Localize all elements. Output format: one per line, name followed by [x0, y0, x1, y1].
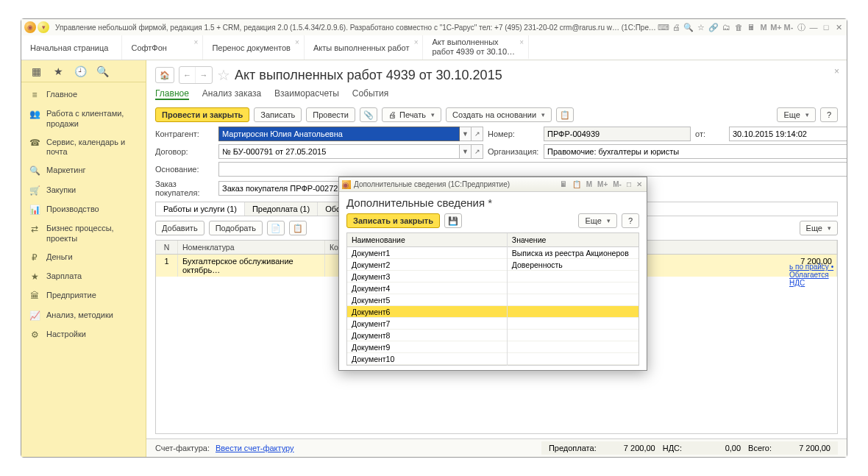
app-icon-main[interactable]: ◉	[24, 21, 36, 33]
favorite-star-icon[interactable]: ☆	[217, 66, 230, 84]
close-icon[interactable]: ✕	[833, 22, 844, 32]
sidebar-item[interactable]: 🔍Маркетинг	[21, 161, 146, 180]
post-button[interactable]: Провести	[306, 107, 355, 122]
close-icon[interactable]: ×	[194, 38, 199, 46]
tb-mem-mplus[interactable]: M+	[771, 22, 781, 32]
m-mem-m[interactable]: M	[585, 180, 594, 188]
label-prepay: Предоплата:	[549, 444, 597, 452]
create-based-on-dropdown[interactable]: Создать на основании	[446, 107, 552, 122]
add-row-button[interactable]: Добавить	[155, 221, 204, 235]
close-icon[interactable]: ×	[295, 38, 299, 46]
modal-more-dropdown[interactable]: Еще	[578, 213, 616, 228]
sidebar-item[interactable]: 📊Производство	[21, 200, 146, 219]
tab-acts[interactable]: Акты выполненных работ×	[305, 35, 424, 60]
input-contragent[interactable]: Мартиросян Юлия Анатольевна ▼ ↗	[218, 127, 483, 141]
sidebar-item[interactable]: ≡Главное	[21, 85, 146, 104]
tb-icon-4[interactable]: ☆	[696, 22, 706, 32]
modal-close-icon[interactable]: ✕	[635, 180, 644, 188]
tb-help-icon[interactable]: ⓘ	[796, 22, 806, 32]
minimize-icon[interactable]: —	[808, 22, 819, 32]
close-icon[interactable]: ×	[414, 38, 419, 46]
back-button[interactable]: ←	[179, 67, 196, 83]
tb-icon-2[interactable]: 🖨	[671, 22, 681, 32]
section-tab-main[interactable]: Главное	[155, 88, 189, 100]
sidebar-item[interactable]: 🏛Предприятие	[21, 286, 146, 305]
m-mem-mplus[interactable]: M+	[596, 180, 609, 188]
sidebar-item[interactable]: ☎Сервис, календарь и почта	[21, 133, 146, 161]
open-icon[interactable]: ↗	[472, 127, 483, 141]
section-tab-settlements[interactable]: Взаиморасчеты	[274, 88, 339, 100]
input-organization[interactable]: Правомочие: бухгалтеры и юристы▼↗	[544, 144, 847, 159]
search-icon[interactable]: 🔍	[95, 65, 110, 77]
modal-help-button[interactable]: ?	[622, 213, 639, 228]
sidebar-item[interactable]: ₽Деньги	[21, 248, 146, 267]
chevron-down-icon[interactable]: ▼	[460, 127, 472, 141]
tb-mem-m[interactable]: M	[758, 22, 769, 32]
tab-act-doc[interactable]: Акт выполненныхработ 4939 от 30.10…×	[423, 35, 529, 60]
maximize-icon[interactable]: □	[821, 22, 831, 32]
help-button[interactable]: ?	[820, 107, 838, 122]
label-nds: НДС:	[663, 444, 682, 452]
input-contract[interactable]: № БУ-000791 от 27.05.2015▼↗	[218, 144, 483, 159]
panel-close-icon[interactable]: ×	[834, 66, 839, 77]
input-basis[interactable]: ▼↗	[218, 162, 847, 177]
more-dropdown[interactable]: Еще	[777, 107, 815, 122]
home-button[interactable]: 🏠	[155, 67, 174, 83]
mg-col-value[interactable]: Значение	[508, 233, 638, 246]
inner-tab-works[interactable]: Работы и услуги (1)	[156, 202, 245, 216]
tb-mem-mminus[interactable]: M-	[783, 22, 794, 32]
sidebar-item[interactable]: ★Зарплата	[21, 267, 146, 286]
post-and-close-button[interactable]: Провести и закрыть	[155, 107, 249, 122]
sidebar-item[interactable]: 📈Анализ, методики	[21, 306, 146, 325]
sidebar-item[interactable]: 🛒Закупки	[21, 181, 146, 200]
pricing-link[interactable]: ь по прайсу • Облагается НДС	[780, 263, 847, 287]
paste-button[interactable]: 📋	[289, 221, 307, 235]
tab-home[interactable]: Начальная страница	[21, 35, 122, 60]
attach-button[interactable]: 📎	[360, 107, 377, 122]
input-date[interactable]: 30.10.2015 19:14:02📅	[729, 127, 847, 141]
mg-col-name[interactable]: Наименование	[347, 233, 508, 246]
tb-icon-5[interactable]: 🔗	[708, 22, 719, 32]
modal-row[interactable]: Документ10	[347, 353, 638, 365]
tb-icon-1[interactable]: ⌨	[658, 22, 669, 32]
save-button[interactable]: Записать	[254, 107, 302, 122]
tab-transfer[interactable]: Перенос документов×	[203, 35, 305, 60]
sidebar-item[interactable]: ⇄Бизнес процессы, проекты	[21, 219, 146, 247]
extra-info-button[interactable]: 📋	[556, 107, 574, 122]
favorites-icon[interactable]: ★	[51, 65, 65, 77]
chevron-down-icon[interactable]: ▼	[460, 144, 472, 159]
open-icon[interactable]: ↗	[472, 144, 483, 159]
modal-save-close-button[interactable]: Записать и закрыть	[346, 213, 440, 228]
label-number: Номер:	[488, 129, 539, 138]
sidebar-icon: ★	[29, 271, 40, 282]
tb-icon-7[interactable]: 🗑	[733, 22, 744, 32]
enter-invoice-link[interactable]: Ввести счет-фактуру	[216, 444, 294, 452]
print-dropdown[interactable]: 🖨 Печать	[382, 107, 441, 122]
m-icon-1[interactable]: 🖩	[558, 180, 569, 188]
col-nomen[interactable]: Номенклатура	[178, 241, 325, 254]
grid-icon[interactable]: ▦	[29, 65, 43, 77]
inner-tab-prepay[interactable]: Предоплата (1)	[245, 202, 318, 216]
section-tab-analysis[interactable]: Анализ заказа	[202, 88, 261, 100]
col-n[interactable]: N	[156, 241, 178, 254]
section-tab-events[interactable]: События	[352, 88, 389, 100]
sidebar-item[interactable]: ⚙Настройки	[21, 325, 146, 344]
app-icon-menu[interactable]: ▾	[38, 21, 49, 33]
m-mem-mminus[interactable]: M-	[611, 180, 623, 188]
modal-maximize-icon[interactable]: □	[625, 180, 633, 188]
tb-icon-8[interactable]: 🖩	[746, 22, 756, 32]
copy-button[interactable]: 📄	[267, 221, 285, 235]
sidebar-label: Работа с клиентами, продажи	[46, 109, 138, 128]
sidebar-item[interactable]: 👥Работа с клиентами, продажи	[21, 104, 146, 132]
history-icon[interactable]: 🕘	[73, 65, 88, 77]
input-number[interactable]: ПРФР-004939	[544, 127, 691, 141]
tb-icon-6[interactable]: 🗂	[721, 22, 731, 32]
pick-row-button[interactable]: Подобрать	[209, 221, 263, 235]
grid-more-dropdown[interactable]: Еще	[800, 221, 838, 235]
tab-softfon[interactable]: СофтФон×	[122, 35, 203, 60]
m-icon-2[interactable]: 📋	[571, 180, 583, 188]
modal-save-button[interactable]: 💾	[444, 213, 462, 228]
forward-button[interactable]: →	[196, 67, 212, 83]
tb-icon-3[interactable]: 🔍	[683, 22, 694, 32]
close-icon[interactable]: ×	[519, 38, 524, 47]
